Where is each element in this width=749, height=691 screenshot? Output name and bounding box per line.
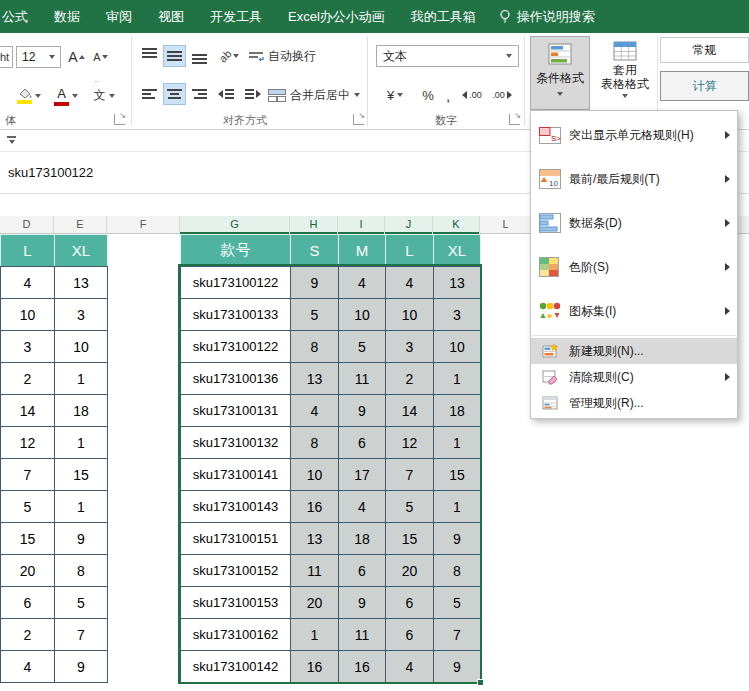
cell[interactable]: 5 bbox=[291, 299, 339, 331]
menu-item-highlight-cells-rules[interactable]: S> 突出显示单元格规则(H) bbox=[531, 113, 737, 157]
cell[interactable]: 1 bbox=[55, 427, 108, 459]
align-center-button[interactable] bbox=[163, 83, 186, 105]
cell[interactable]: 4 bbox=[386, 651, 434, 683]
main-table-header-cell[interactable]: L bbox=[386, 235, 434, 267]
cell[interactable]: 15 bbox=[1, 523, 55, 555]
tell-me-search[interactable]: 操作说明搜索 bbox=[499, 0, 595, 33]
cell[interactable]: 7 bbox=[434, 619, 481, 651]
cell[interactable]: 8 bbox=[434, 555, 481, 587]
sku-cell[interactable]: sku173100152 bbox=[181, 555, 291, 587]
left-table-header-cell[interactable]: XL bbox=[55, 235, 108, 267]
cell[interactable]: 3 bbox=[55, 299, 108, 331]
cell[interactable]: 10 bbox=[291, 459, 339, 491]
cell[interactable]: 4 bbox=[386, 267, 434, 299]
cell[interactable]: 7 bbox=[386, 459, 434, 491]
cell[interactable]: 11 bbox=[339, 363, 386, 395]
cell[interactable]: 20 bbox=[291, 587, 339, 619]
align-left-button[interactable] bbox=[138, 83, 161, 105]
shrink-font-button[interactable]: A bbox=[90, 46, 111, 68]
cell[interactable]: 14 bbox=[386, 395, 434, 427]
cell[interactable]: 8 bbox=[291, 427, 339, 459]
percent-style-button[interactable]: % bbox=[418, 83, 438, 107]
cell[interactable]: 5 bbox=[339, 331, 386, 363]
cell[interactable]: 2 bbox=[1, 619, 55, 651]
cell[interactable]: 12 bbox=[386, 427, 434, 459]
cell[interactable]: 16 bbox=[291, 491, 339, 523]
decrease-indent-button[interactable] bbox=[214, 83, 238, 105]
main-table-header-cell[interactable]: XL bbox=[434, 235, 481, 267]
cell[interactable]: 9 bbox=[55, 523, 108, 555]
tab-view[interactable]: 视图 bbox=[145, 0, 197, 33]
cell[interactable]: 4 bbox=[1, 267, 55, 299]
cell[interactable]: 2 bbox=[1, 363, 55, 395]
left-table-header-cell[interactable]: L bbox=[1, 235, 55, 267]
tab-data[interactable]: 数据 bbox=[41, 0, 93, 33]
font-dialog-launcher[interactable] bbox=[114, 114, 125, 125]
column-header-I[interactable]: I bbox=[338, 216, 385, 234]
cell[interactable]: 4 bbox=[339, 267, 386, 299]
menu-item-color-scales[interactable]: 色阶(S) bbox=[531, 245, 737, 289]
cell[interactable]: 13 bbox=[291, 523, 339, 555]
cell[interactable]: 13 bbox=[434, 267, 481, 299]
column-header-J[interactable]: J bbox=[385, 216, 433, 234]
cell[interactable]: 11 bbox=[339, 619, 386, 651]
cell[interactable]: 7 bbox=[55, 619, 108, 651]
cell[interactable]: 10 bbox=[386, 299, 434, 331]
cell[interactable]: 9 bbox=[434, 651, 481, 683]
menu-item-icon-sets[interactable]: 图标集(I) bbox=[531, 289, 737, 333]
alignment-dialog-launcher[interactable] bbox=[353, 114, 364, 125]
font-size-box[interactable]: 12 bbox=[16, 46, 61, 68]
sku-cell[interactable]: sku173100143 bbox=[181, 491, 291, 523]
orientation-button[interactable]: ab bbox=[214, 45, 244, 67]
tab-formulas[interactable]: 公式 bbox=[0, 0, 41, 33]
column-header-H[interactable]: H bbox=[290, 216, 338, 234]
cell[interactable]: 1 bbox=[55, 491, 108, 523]
cell[interactable]: 10 bbox=[434, 331, 481, 363]
font-name-box-fragment[interactable]: ht bbox=[0, 46, 13, 68]
cell[interactable]: 6 bbox=[386, 587, 434, 619]
cell[interactable]: 18 bbox=[55, 395, 108, 427]
fill-handle[interactable] bbox=[477, 679, 484, 686]
cell[interactable]: 1 bbox=[434, 363, 481, 395]
menu-item-clear-rules[interactable]: 清除规则(C) bbox=[531, 364, 737, 390]
cell[interactable]: 7 bbox=[1, 459, 55, 491]
menu-item-new-rule[interactable]: 新建规则(N)... bbox=[531, 338, 737, 364]
main-table-header-cell[interactable]: 款号 bbox=[181, 235, 291, 267]
cell[interactable]: 14 bbox=[1, 395, 55, 427]
font-color-button[interactable]: A bbox=[50, 83, 82, 108]
cell[interactable]: 1 bbox=[434, 491, 481, 523]
sku-cell[interactable]: sku173100141 bbox=[181, 459, 291, 491]
cell[interactable]: 3 bbox=[434, 299, 481, 331]
menu-item-manage-rules[interactable]: 管理规则(R)... bbox=[531, 390, 737, 416]
tab-excel-animation-addin[interactable]: Excel办公小动画 bbox=[275, 0, 398, 33]
cell[interactable]: 3 bbox=[1, 331, 55, 363]
cell[interactable]: 5 bbox=[434, 587, 481, 619]
align-middle-button[interactable] bbox=[163, 45, 186, 67]
sku-cell[interactable]: sku173100131 bbox=[181, 395, 291, 427]
column-header-E[interactable]: E bbox=[54, 216, 107, 234]
cell[interactable]: 16 bbox=[291, 651, 339, 683]
cell-style-normal[interactable]: 常规 bbox=[660, 37, 749, 63]
cell[interactable]: 11 bbox=[291, 555, 339, 587]
tab-review[interactable]: 审阅 bbox=[93, 0, 145, 33]
cell[interactable]: 6 bbox=[339, 555, 386, 587]
cell[interactable]: 8 bbox=[55, 555, 108, 587]
cell[interactable]: 2 bbox=[386, 363, 434, 395]
cell[interactable]: 6 bbox=[1, 587, 55, 619]
align-right-button[interactable] bbox=[188, 83, 211, 105]
cell[interactable]: 10 bbox=[55, 331, 108, 363]
cell[interactable]: 15 bbox=[434, 459, 481, 491]
menu-item-top-bottom-rules[interactable]: 10 最前/最后规则(T) bbox=[531, 157, 737, 201]
sku-cell[interactable]: sku173100122 bbox=[181, 331, 291, 363]
cell[interactable]: 17 bbox=[339, 459, 386, 491]
cell[interactable]: 8 bbox=[291, 331, 339, 363]
number-format-dropdown[interactable]: 文本 bbox=[376, 45, 519, 67]
tab-my-toolbox[interactable]: 我的工具箱 bbox=[398, 0, 489, 33]
increase-decimal-button[interactable]: .00 bbox=[458, 85, 486, 105]
cell[interactable]: 1 bbox=[55, 363, 108, 395]
cell[interactable]: 18 bbox=[339, 523, 386, 555]
cell[interactable]: 1 bbox=[291, 619, 339, 651]
column-header-G[interactable]: G bbox=[180, 216, 290, 234]
grow-font-button[interactable]: A bbox=[65, 46, 88, 68]
cell[interactable]: 4 bbox=[291, 395, 339, 427]
